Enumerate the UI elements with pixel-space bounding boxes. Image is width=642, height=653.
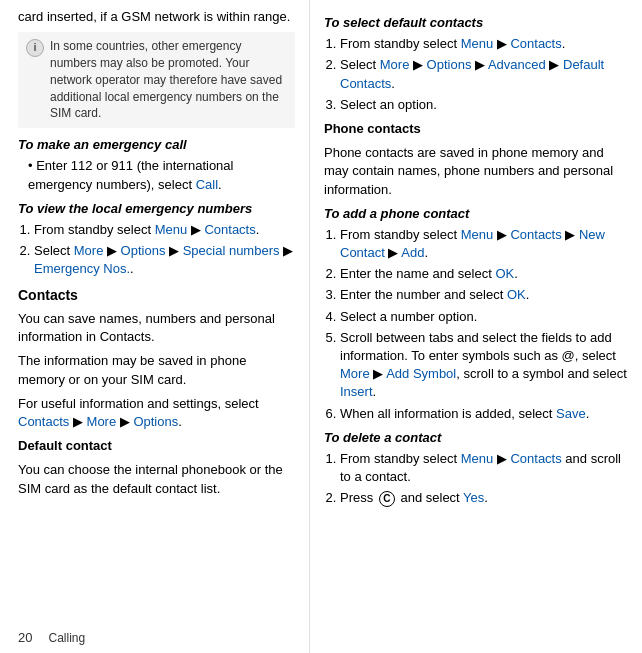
local-numbers-steps: From standby select Menu ▶ Contacts. Sel… — [18, 221, 295, 279]
add-phone-steps: From standby select Menu ▶ Contacts ▶ Ne… — [324, 226, 628, 423]
add-step-1: From standby select Menu ▶ Contacts ▶ Ne… — [340, 226, 628, 262]
page-number: 20 — [18, 630, 32, 645]
local-step-2: Select More ▶ Options ▶ Special numbers … — [34, 242, 295, 278]
emergency-call-link: Call — [196, 177, 218, 192]
right-column: To select default contacts From standby … — [310, 0, 642, 653]
phone-contacts-text: Phone contacts are saved in phone memory… — [324, 144, 628, 199]
page-footer: 20 Calling — [18, 630, 85, 645]
left-column: card inserted, if a GSM network is withi… — [0, 0, 310, 653]
contacts-p1: You can save names, numbers and personal… — [18, 310, 295, 346]
local-numbers-heading: To view the local emergency numbers — [18, 200, 295, 218]
select-step-3: Select an option. — [340, 96, 628, 114]
default-contact-heading: Default contact — [18, 437, 295, 455]
emergency-call-heading: To make an emergency call — [18, 136, 295, 154]
add-step-6: When all information is added, select Sa… — [340, 405, 628, 423]
info-icon: i — [26, 39, 44, 57]
local-step-1: From standby select Menu ▶ Contacts. — [34, 221, 295, 239]
c-button-icon: C — [379, 491, 395, 507]
select-default-heading: To select default contacts — [324, 14, 628, 32]
add-step-4: Select a number option. — [340, 308, 628, 326]
note-box: i In some countries, other emergency num… — [18, 32, 295, 128]
contacts-heading: Contacts — [18, 286, 295, 306]
delete-steps: From standby select Menu ▶ Contacts and … — [324, 450, 628, 508]
add-step-3: Enter the number and select OK. — [340, 286, 628, 304]
phone-contacts-heading: Phone contacts — [324, 120, 628, 138]
emergency-call-bullet: Enter 112 or 911 (the international emer… — [18, 157, 295, 193]
default-contact-text: You can choose the internal phonebook or… — [18, 461, 295, 497]
page-label: Calling — [48, 631, 85, 645]
add-step-2: Enter the name and select OK. — [340, 265, 628, 283]
add-step-5: Scroll between tabs and select the field… — [340, 329, 628, 402]
select-default-steps: From standby select Menu ▶ Contacts. Sel… — [324, 35, 628, 114]
select-step-1: From standby select Menu ▶ Contacts. — [340, 35, 628, 53]
delete-step-2: Press C and select Yes. — [340, 489, 628, 507]
page: card inserted, if a GSM network is withi… — [0, 0, 642, 653]
delete-heading: To delete a contact — [324, 429, 628, 447]
select-step-2: Select More ▶ Options ▶ Advanced ▶ Defau… — [340, 56, 628, 92]
delete-step-1: From standby select Menu ▶ Contacts and … — [340, 450, 628, 486]
intro-text: card inserted, if a GSM network is withi… — [18, 8, 295, 26]
add-phone-heading: To add a phone contact — [324, 205, 628, 223]
note-text: In some countries, other emergency numbe… — [50, 38, 287, 122]
contacts-p3: For useful information and settings, sel… — [18, 395, 295, 431]
contacts-p2: The information may be saved in phone me… — [18, 352, 295, 388]
